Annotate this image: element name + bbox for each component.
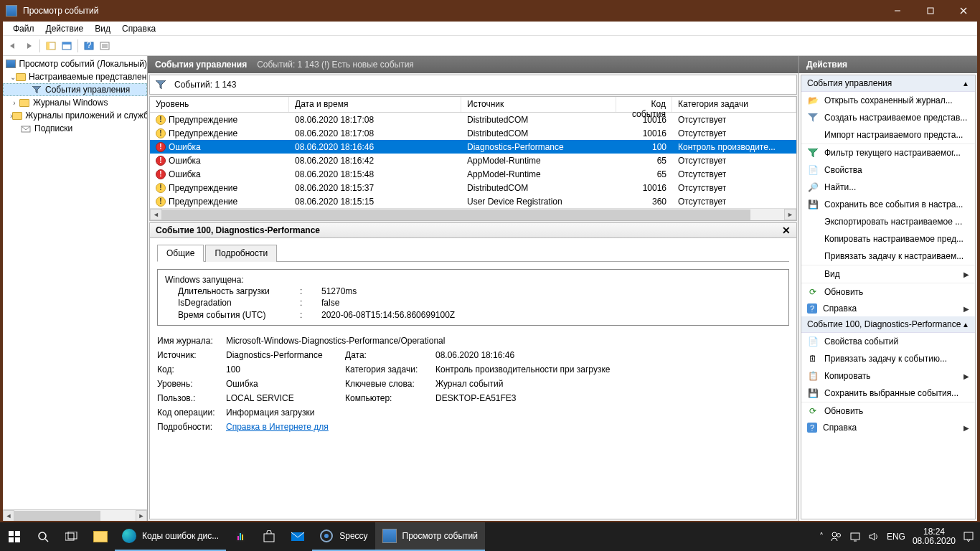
action-attach-task-event[interactable]: 🗓Привязать задачу к событию... bbox=[801, 350, 975, 367]
collapse-icon[interactable]: ▲ bbox=[962, 321, 969, 329]
menu-file[interactable]: Файл bbox=[7, 22, 40, 35]
action-help[interactable]: ?Справка▶ bbox=[801, 301, 975, 316]
col-source[interactable]: Источник bbox=[461, 97, 616, 112]
collapse-icon[interactable]: ▲ bbox=[962, 80, 969, 88]
col-code[interactable]: Код события bbox=[616, 97, 672, 112]
tree[interactable]: Просмотр событий (Локальный) ⌄ Настраива… bbox=[3, 56, 147, 509]
scroll-thumb[interactable] bbox=[162, 209, 750, 220]
action-refresh-2[interactable]: ⟳Обновить bbox=[801, 402, 975, 420]
actions-section-events[interactable]: События управления ▲ bbox=[801, 75, 975, 92]
tab-general[interactable]: Общие bbox=[157, 245, 204, 262]
scroll-thumb[interactable] bbox=[14, 511, 100, 521]
taskbar-app-mail[interactable] bbox=[283, 522, 312, 551]
cell-level: Ошибка bbox=[169, 169, 201, 179]
maximize-button[interactable] bbox=[914, 0, 947, 22]
language-indicator[interactable]: ENG bbox=[887, 532, 905, 542]
action-copy-view[interactable]: Копировать настраиваемое пред... bbox=[801, 230, 975, 248]
show-hide-tree-button[interactable] bbox=[44, 39, 58, 53]
table-row[interactable]: Ошибка08.06.2020 18:16:42AppModel-Runtim… bbox=[150, 154, 796, 167]
close-button[interactable] bbox=[947, 0, 980, 22]
action-attach-task-view[interactable]: Привязать задачу к настраиваем... bbox=[801, 248, 975, 265]
network-icon[interactable] bbox=[849, 532, 861, 542]
menu-help[interactable]: Справка bbox=[116, 22, 161, 35]
col-date[interactable]: Дата и время bbox=[289, 97, 461, 112]
scroll-left-button[interactable]: ◄ bbox=[3, 510, 14, 521]
warning-icon bbox=[156, 197, 166, 207]
collapse-icon[interactable]: ⌄ bbox=[10, 73, 16, 81]
volume-icon[interactable] bbox=[868, 532, 880, 542]
table-row[interactable]: Ошибка08.06.2020 18:15:48AppModel-Runtim… bbox=[150, 167, 796, 181]
cell-level: Предупреждение bbox=[169, 128, 237, 138]
taskbar-app-label: Коды ошибок дис... bbox=[142, 531, 219, 541]
action-label: Вид bbox=[824, 269, 840, 279]
tree-subscriptions[interactable]: Подписки bbox=[3, 122, 147, 135]
action-view[interactable]: Вид▶ bbox=[801, 265, 975, 283]
scroll-left-button[interactable]: ◄ bbox=[150, 209, 162, 220]
col-level[interactable]: Уровень bbox=[150, 97, 289, 112]
table-row[interactable]: Предупреждение08.06.2020 18:15:37Distrib… bbox=[150, 181, 796, 194]
taskbar-app-edge[interactable]: Коды ошибок дис... bbox=[115, 522, 226, 551]
cell-date: 08.06.2020 18:17:08 bbox=[289, 128, 461, 138]
action-open-saved-log[interactable]: 📂Открыть сохраненный журнал... bbox=[801, 92, 975, 109]
action-find[interactable]: 🔎Найти... bbox=[801, 179, 975, 196]
table-row[interactable]: Ошибка08.06.2020 18:16:46Diagnostics-Per… bbox=[150, 140, 796, 154]
people-icon[interactable] bbox=[831, 531, 842, 542]
table-row[interactable]: Предупреждение08.06.2020 18:15:15User De… bbox=[150, 194, 796, 208]
col-category[interactable]: Категория задачи bbox=[672, 97, 796, 112]
grid-hscrollbar[interactable]: ◄ ► bbox=[150, 208, 796, 220]
tree-custom-views[interactable]: ⌄ Настраиваемые представления bbox=[3, 70, 147, 83]
search-button[interactable] bbox=[29, 522, 57, 551]
action-event-properties[interactable]: 📄Свойства событий bbox=[801, 333, 975, 350]
action-save-selected[interactable]: 💾Сохранить выбранные события... bbox=[801, 385, 975, 402]
action-export-view[interactable]: Экспортировать настраиваемое ... bbox=[801, 213, 975, 230]
taskbar-app-store[interactable] bbox=[255, 522, 283, 551]
tree-root[interactable]: Просмотр событий (Локальный) bbox=[3, 57, 147, 70]
nav-forward-button[interactable] bbox=[22, 39, 36, 53]
menu-view[interactable]: Вид bbox=[89, 22, 116, 35]
cell-level: Ошибка bbox=[169, 156, 201, 166]
action-create-view[interactable]: Создать настраиваемое представ... bbox=[801, 109, 975, 126]
taskbar-app-deezer[interactable] bbox=[226, 522, 255, 551]
action-import-view[interactable]: Импорт настраиваемого предста... bbox=[801, 126, 975, 143]
tree-windows-logs[interactable]: › Журналы Windows bbox=[3, 96, 147, 109]
cell-category: Отсутствует bbox=[672, 115, 796, 125]
table-row[interactable]: Предупреждение08.06.2020 18:17:08Distrib… bbox=[150, 113, 796, 126]
action-save-all[interactable]: 💾Сохранить все события в настра... bbox=[801, 196, 975, 213]
action-properties[interactable]: 📄Свойства bbox=[801, 161, 975, 179]
taskbar-app-eventviewer[interactable]: Просмотр событий bbox=[375, 522, 485, 551]
clock[interactable]: 18:24 08.06.2020 bbox=[913, 527, 956, 546]
tree-hscrollbar[interactable]: ◄ ► bbox=[3, 509, 147, 521]
minimize-button[interactable] bbox=[881, 0, 914, 22]
action-copy[interactable]: 📋Копировать▶ bbox=[801, 367, 975, 385]
scroll-right-button[interactable]: ► bbox=[784, 209, 796, 220]
start-button[interactable] bbox=[0, 522, 29, 551]
nav-back-button[interactable] bbox=[6, 39, 20, 53]
tree-label: Журналы Windows bbox=[33, 98, 108, 108]
actions-section-selected-event[interactable]: Событие 100, Diagnostics-Performance ▲ bbox=[801, 316, 975, 333]
expand-icon[interactable]: › bbox=[10, 99, 19, 107]
export-button[interactable] bbox=[60, 39, 74, 53]
scroll-right-button[interactable]: ► bbox=[136, 510, 147, 521]
menu-action[interactable]: Действие bbox=[40, 22, 90, 35]
grid-body[interactable]: Предупреждение08.06.2020 18:17:08Distrib… bbox=[150, 113, 796, 208]
online-help-link[interactable]: Справка в Интернете для bbox=[226, 422, 789, 432]
table-row[interactable]: Предупреждение08.06.2020 18:17:08Distrib… bbox=[150, 126, 796, 140]
subscriptions-icon bbox=[20, 123, 32, 133]
section-label: События управления bbox=[807, 78, 892, 88]
task-view-button[interactable] bbox=[57, 522, 86, 551]
notifications-button[interactable] bbox=[963, 531, 974, 542]
detail-tabs: Общие Подробности bbox=[157, 244, 789, 262]
tray-overflow-button[interactable]: ˄ bbox=[819, 532, 824, 542]
help-button[interactable]: ? bbox=[82, 39, 96, 53]
taskbar-app-speccy[interactable]: Speccy bbox=[312, 522, 374, 551]
tree-app-logs[interactable]: › Журналы приложений и служб bbox=[3, 109, 147, 122]
file-explorer-button[interactable] bbox=[86, 522, 115, 551]
action-refresh[interactable]: ⟳Обновить bbox=[801, 283, 975, 301]
action-help-2[interactable]: ?Справка▶ bbox=[801, 420, 975, 435]
folder-icon bbox=[12, 110, 22, 121]
detail-close-button[interactable]: ✕ bbox=[782, 225, 791, 236]
tab-details[interactable]: Подробности bbox=[205, 245, 277, 262]
action-filter-view[interactable]: Фильтр текущего настраиваемог... bbox=[801, 144, 975, 161]
tree-admin-events[interactable]: События управления bbox=[3, 83, 147, 96]
properties-button[interactable] bbox=[98, 39, 112, 53]
